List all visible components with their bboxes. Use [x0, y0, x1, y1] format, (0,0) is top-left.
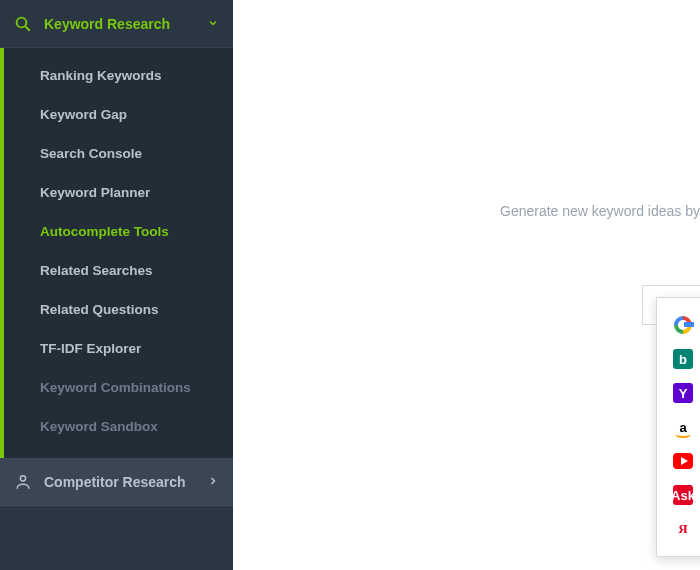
chevron-right-icon — [207, 473, 219, 491]
sidebar-item-keyword-planner[interactable]: Keyword Planner — [4, 173, 233, 212]
dropdown-option-ask[interactable]: Ask Ask — [657, 478, 700, 512]
google-icon — [673, 315, 693, 335]
svg-line-1 — [25, 26, 30, 31]
section-title: Competitor Research — [44, 474, 207, 490]
provider-dropdown: Google b Bing Y Yahoo! a Amazon YouTube … — [656, 297, 700, 557]
bing-icon: b — [673, 349, 693, 369]
amazon-icon: a — [673, 417, 693, 437]
yahoo-icon: Y — [673, 383, 693, 403]
sidebar-item-keyword-sandbox[interactable]: Keyword Sandbox — [4, 407, 233, 446]
sidebar-item-ranking-keywords[interactable]: Ranking Keywords — [4, 56, 233, 95]
svg-point-0 — [17, 17, 27, 27]
svg-point-2 — [20, 475, 25, 480]
generate-hint-text: Generate new keyword ideas by — [500, 203, 700, 219]
keyword-research-section[interactable]: Keyword Research — [0, 0, 233, 48]
dropdown-option-youtube[interactable]: YouTube — [657, 444, 700, 478]
sidebar-item-keyword-gap[interactable]: Keyword Gap — [4, 95, 233, 134]
dropdown-option-yahoo[interactable]: Y Yahoo! — [657, 376, 700, 410]
person-icon — [14, 473, 32, 491]
ask-icon: Ask — [673, 485, 693, 505]
dropdown-option-bing[interactable]: b Bing — [657, 342, 700, 376]
dropdown-option-amazon[interactable]: a Amazon — [657, 410, 700, 444]
dropdown-option-google[interactable]: Google — [657, 308, 700, 342]
youtube-icon — [673, 451, 693, 471]
search-icon — [14, 15, 32, 33]
chevron-down-icon — [207, 15, 219, 33]
sidebar-item-search-console[interactable]: Search Console — [4, 134, 233, 173]
section-title: Keyword Research — [44, 16, 207, 32]
keyword-research-subitems: Ranking Keywords Keyword Gap Search Cons… — [0, 48, 233, 458]
dropdown-option-yandex[interactable]: Я Yandex — [657, 512, 700, 546]
sidebar: Keyword Research Ranking Keywords Keywor… — [0, 0, 233, 570]
sidebar-item-autocomplete-tools[interactable]: Autocomplete Tools — [4, 212, 233, 251]
sidebar-item-related-questions[interactable]: Related Questions — [4, 290, 233, 329]
competitor-research-section[interactable]: Competitor Research — [0, 458, 233, 506]
yandex-icon: Я — [673, 519, 693, 539]
sidebar-item-tfidf-explorer[interactable]: TF-IDF Explorer — [4, 329, 233, 368]
sidebar-item-keyword-combinations[interactable]: Keyword Combinations — [4, 368, 233, 407]
sidebar-item-related-searches[interactable]: Related Searches — [4, 251, 233, 290]
main-content: Generate new keyword ideas by Google b B… — [233, 0, 700, 570]
